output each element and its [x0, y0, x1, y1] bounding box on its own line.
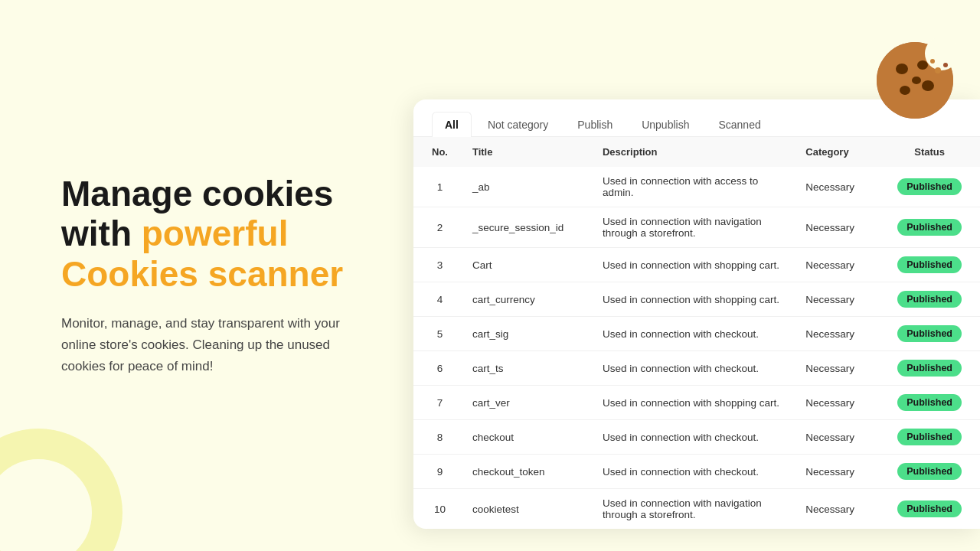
- table-row: 9 checkout_token Used in connection with…: [413, 455, 980, 489]
- status-badge: Published: [897, 291, 962, 308]
- cell-title: cart_currency: [460, 282, 590, 317]
- cell-status: Published: [885, 420, 980, 455]
- cookies-table: No. Title Description Category Status 1 …: [413, 137, 980, 529]
- status-badge: Published: [897, 429, 962, 445]
- status-badge: Published: [897, 463, 962, 480]
- status-badge: Published: [897, 500, 962, 517]
- tab-publish[interactable]: Publish: [564, 112, 626, 137]
- cell-title: cart_sig: [460, 317, 590, 351]
- status-badge: Published: [897, 178, 962, 195]
- cell-status: Published: [885, 207, 980, 248]
- headline-text2: with: [61, 214, 142, 253]
- cell-status: Published: [885, 248, 980, 282]
- table-row: 5 cart_sig Used in connection with check…: [413, 317, 980, 351]
- table-panel: All Not category Publish Unpublish Scann…: [413, 99, 980, 529]
- tab-not-category[interactable]: Not category: [475, 112, 561, 137]
- table-header-row: No. Title Description Category Status: [413, 137, 980, 167]
- table-row: 10 cookietest Used in connection with na…: [413, 489, 980, 530]
- cell-description: Used in connection with checkout.: [590, 420, 793, 455]
- cell-category: Necessary: [793, 248, 885, 282]
- col-header-title: Title: [460, 137, 590, 167]
- svg-point-4: [922, 80, 934, 91]
- cell-no: 10: [413, 489, 460, 530]
- svg-point-9: [943, 63, 948, 67]
- table-row: 3 Cart Used in connection with shopping …: [413, 248, 980, 282]
- cell-no: 7: [413, 386, 460, 420]
- status-badge: Published: [897, 256, 962, 273]
- svg-point-3: [917, 60, 928, 70]
- cell-no: 3: [413, 248, 460, 282]
- cell-category: Necessary: [793, 282, 885, 317]
- tab-unpublish[interactable]: Unpublish: [629, 112, 702, 137]
- cell-description: Used in connection with navigation throu…: [590, 207, 793, 248]
- svg-point-8: [935, 67, 941, 73]
- headline-highlight: powerful: [142, 214, 289, 253]
- headline: Manage cookies with powerful Cookies sca…: [61, 174, 398, 295]
- svg-point-5: [900, 86, 910, 95]
- col-header-category: Category: [793, 137, 885, 167]
- status-badge: Published: [897, 219, 962, 236]
- status-badge: Published: [897, 394, 962, 411]
- col-header-status: Status: [885, 137, 980, 167]
- table-row: 7 cart_ver Used in connection with shopp…: [413, 386, 980, 420]
- cell-description: Used in connection with checkout.: [590, 317, 793, 351]
- cell-title: checkout_token: [460, 455, 590, 489]
- svg-point-6: [912, 77, 921, 84]
- cell-title: _secure_session_id: [460, 207, 590, 248]
- cell-category: Necessary: [793, 455, 885, 489]
- col-header-description: Description: [590, 137, 793, 167]
- cell-category: Necessary: [793, 207, 885, 248]
- cell-no: 8: [413, 420, 460, 455]
- cell-status: Published: [885, 386, 980, 420]
- status-badge: Published: [897, 360, 962, 377]
- cell-status: Published: [885, 282, 980, 317]
- cookie-icon: [873, 38, 957, 122]
- cell-description: Used in connection with checkout.: [590, 351, 793, 386]
- cell-no: 1: [413, 167, 460, 207]
- headline-text3: Cookies scanner: [61, 254, 343, 294]
- cell-category: Necessary: [793, 420, 885, 455]
- table-row: 8 checkout Used in connection with check…: [413, 420, 980, 455]
- cell-status: Published: [885, 351, 980, 386]
- cell-description: Used in connection with access to admin.: [590, 167, 793, 207]
- cell-title: cookietest: [460, 489, 590, 530]
- cell-category: Necessary: [793, 317, 885, 351]
- cell-description: Used in connection with shopping cart.: [590, 282, 793, 317]
- cell-category: Necessary: [793, 351, 885, 386]
- table-row: 6 cart_ts Used in connection with checko…: [413, 351, 980, 386]
- cell-description: Used in connection with shopping cart.: [590, 248, 793, 282]
- cell-description: Used in connection with navigation throu…: [590, 489, 793, 530]
- cell-description: Used in connection with checkout.: [590, 455, 793, 489]
- cell-title: Cart: [460, 248, 590, 282]
- svg-point-10: [930, 59, 935, 64]
- cell-status: Published: [885, 455, 980, 489]
- cell-no: 2: [413, 207, 460, 248]
- cell-title: cart_ver: [460, 386, 590, 420]
- cell-status: Published: [885, 317, 980, 351]
- table-row: 2 _secure_session_id Used in connection …: [413, 207, 980, 248]
- cell-category: Necessary: [793, 167, 885, 207]
- cell-category: Necessary: [793, 489, 885, 530]
- cell-category: Necessary: [793, 386, 885, 420]
- left-panel: Manage cookies with powerful Cookies sca…: [61, 0, 398, 551]
- cell-title: checkout: [460, 420, 590, 455]
- cell-title: cart_ts: [460, 351, 590, 386]
- cell-title: _ab: [460, 167, 590, 207]
- subtext: Monitor, manage, and stay transparent wi…: [61, 313, 360, 377]
- svg-point-2: [896, 64, 908, 74]
- cell-description: Used in connection with shopping cart.: [590, 386, 793, 420]
- cell-no: 4: [413, 282, 460, 317]
- status-badge: Published: [897, 325, 962, 342]
- cell-no: 9: [413, 455, 460, 489]
- cell-status: Published: [885, 489, 980, 530]
- cell-no: 5: [413, 317, 460, 351]
- headline-text1: Manage cookies: [61, 174, 333, 214]
- cell-status: Published: [885, 167, 980, 207]
- table-row: 4 cart_currency Used in connection with …: [413, 282, 980, 317]
- table-row: 1 _ab Used in connection with access to …: [413, 167, 980, 207]
- tab-all[interactable]: All: [432, 112, 472, 137]
- tab-scanned[interactable]: Scanned: [705, 112, 773, 137]
- col-header-no: No.: [413, 137, 460, 167]
- cell-no: 6: [413, 351, 460, 386]
